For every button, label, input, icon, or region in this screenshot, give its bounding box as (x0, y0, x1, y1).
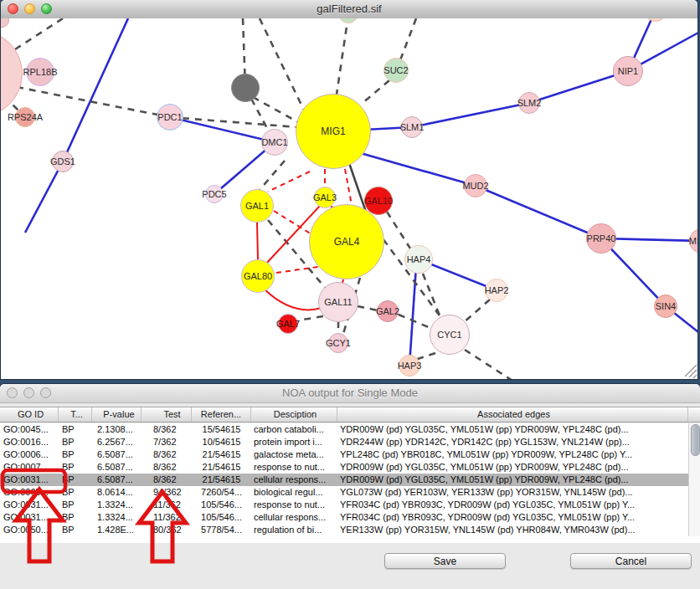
column-header-0[interactable]: GO ID (0, 407, 59, 422)
network-edge[interactable] (423, 274, 441, 320)
network-edge[interactable] (298, 316, 323, 320)
node-slm2[interactable]: SLM2 (518, 92, 540, 114)
column-header-2[interactable]: P-value (92, 407, 142, 422)
table-cell: 1.3324... (92, 499, 142, 511)
node-hap4[interactable]: HAP4 (404, 245, 433, 274)
table-row[interactable]: GO:0031...BP1.3324...11/362105/546...res… (0, 499, 688, 511)
network-edge[interactable] (17, 87, 170, 117)
table-cell: YDR009W (pd) YGL035C, YML051W (pp) YDR00… (337, 423, 688, 436)
table-header: GO IDT...P-valueTestReferen...Desciption… (0, 407, 700, 423)
node-mud2[interactable]: MUD2 (464, 174, 487, 197)
network-edge[interactable] (345, 169, 352, 205)
network-edge[interactable] (358, 306, 378, 310)
network-edge[interactable] (268, 172, 310, 192)
network-edge[interactable] (253, 97, 298, 122)
cancel-button[interactable]: Cancel (570, 553, 692, 569)
node-gal7[interactable]: GAL7 (278, 314, 298, 334)
network-edge[interactable] (274, 211, 311, 234)
column-header-5[interactable]: Desciption (251, 407, 337, 422)
node-pdc5[interactable]: PDC5 (205, 185, 224, 203)
network-edge[interactable] (337, 18, 348, 95)
node-gal11[interactable]: GAL11 (318, 282, 358, 322)
network-edge[interactable] (476, 186, 601, 238)
resize-grip-line[interactable] (693, 375, 697, 378)
table-row[interactable]: GO:0045...BP2.1308...8/36215/54615carbon… (0, 423, 688, 436)
table-row[interactable]: GO:0016...BP6.2567...7/36210/54615protei… (0, 436, 688, 448)
network-edge[interactable] (412, 103, 529, 127)
node-rps24a[interactable]: RPS24A (15, 107, 35, 127)
table-cell: response to nut... (251, 461, 337, 474)
network-titlebar[interactable]: galFiltered.sif (1, 0, 697, 19)
column-header-1[interactable]: T... (59, 407, 92, 422)
node-dmc1[interactable]: DMC1 (261, 129, 288, 156)
table-cell: GO:0006... (0, 448, 59, 461)
node-gal4[interactable]: GAL4 (309, 204, 384, 279)
network-edge[interactable] (257, 223, 258, 259)
table-cell: 8.0614... (92, 486, 142, 499)
resize-grip-line[interactable] (685, 365, 697, 376)
node-suc2[interactable]: SUC2 (383, 58, 409, 83)
network-edge[interactable] (362, 80, 389, 104)
node-cyc1[interactable]: CYC1 (430, 315, 470, 355)
network-edge[interactable] (465, 350, 512, 379)
table-cell: 6.2567... (92, 436, 142, 448)
network-edge[interactable] (462, 300, 490, 324)
table-cell: YDR244W (pp) YDR142C, YDR142C (pp) YGL15… (337, 436, 688, 448)
node-gds1[interactable]: GDS1 (52, 151, 74, 172)
node-rpl18b[interactable]: RPL18B (26, 58, 54, 86)
column-header-3[interactable]: Test (142, 407, 192, 422)
table-cell: YDR009W (pd) YGL035C, YML051W (pp) YDR00… (337, 461, 688, 474)
table-row[interactable]: GO:0031...BP1.3324...11/362105/546...cel… (0, 511, 688, 524)
node-gcy1[interactable]: GCY1 (328, 333, 348, 353)
node-label: DMC1 (261, 137, 287, 147)
node-pdc1[interactable]: PDC1 (157, 104, 183, 131)
node-gal1[interactable]: GAL1 (240, 189, 274, 223)
node-label: SLM2 (517, 98, 542, 108)
table-cell: GO:0031... (0, 511, 59, 524)
node-label: SLM1 (400, 122, 425, 132)
noa-window: NOA output for Single Mode GO IDT...P-va… (0, 384, 700, 589)
table-row[interactable]: GO:0007...BP6.5087...8/36221/54615respon… (0, 461, 688, 474)
table-row[interactable]: GO:0065...BP8.0614...94/3627260/54...bio… (0, 486, 688, 499)
node-gal3[interactable]: GAL3 (314, 187, 336, 208)
button-panel: Save Cancel (0, 543, 700, 589)
table-row[interactable]: GO:0006...BP6.5087...8/36221/54615galact… (0, 448, 688, 461)
scrollbar-thumb[interactable] (691, 424, 700, 456)
table-cell: GO:0016... (0, 436, 59, 448)
network-edge[interactable] (399, 315, 430, 328)
vertical-scrollbar[interactable] (688, 423, 700, 536)
table-cell: 6.5087... (92, 461, 142, 474)
node-mig1[interactable]: MIG1 (296, 94, 371, 169)
table-cell: 8/362 (142, 448, 192, 461)
save-button[interactable]: Save (384, 553, 506, 569)
table-cell: 94/362 (142, 486, 192, 499)
node-label: PRP40 (587, 233, 616, 243)
node-nip1[interactable]: NIP1 (613, 56, 643, 86)
network-edge[interactable] (352, 151, 476, 186)
node-hap2[interactable]: HAP2 (485, 279, 508, 302)
table-cell: 80/362 (142, 524, 192, 536)
noa-titlebar[interactable]: NOA output for Single Mode (0, 384, 700, 403)
table-cell: 8/362 (142, 423, 192, 436)
node-unlabeled[interactable] (231, 74, 260, 102)
node-gal80[interactable]: GAL80 (241, 259, 275, 293)
table-cell: BP (59, 423, 92, 436)
node-prp40[interactable]: PRP40 (586, 223, 616, 254)
column-header-4[interactable]: Referen... (192, 407, 251, 422)
node-slm1[interactable]: SLM1 (401, 116, 423, 138)
node-sin4[interactable]: SIN4 (654, 294, 677, 318)
network-edge[interactable] (276, 266, 324, 273)
table-row[interactable]: GO:0050...BP1.428E...80/3625778/54...reg… (0, 524, 688, 536)
node-gal2[interactable]: GAL2 (377, 300, 399, 322)
network-edge[interactable] (265, 289, 322, 310)
network-canvas[interactable]: RPL18BRPS24AGDS1PDC1DMC1MIG1SUC2SLM1SLM2… (1, 18, 697, 379)
table-row-selected[interactable]: GO:0031...BP6.5087...8/36221/54615cellul… (0, 474, 688, 486)
network-edge[interactable] (400, 18, 416, 60)
network-edge[interactable] (387, 212, 410, 248)
network-edge[interactable] (15, 18, 63, 49)
network-edge[interactable] (25, 161, 63, 233)
column-header-6[interactable]: Associated edges (337, 407, 688, 422)
table-cell: carbon cataboli... (251, 423, 337, 436)
node-hap3[interactable]: HAP3 (399, 355, 420, 376)
network-edge[interactable] (63, 18, 128, 161)
